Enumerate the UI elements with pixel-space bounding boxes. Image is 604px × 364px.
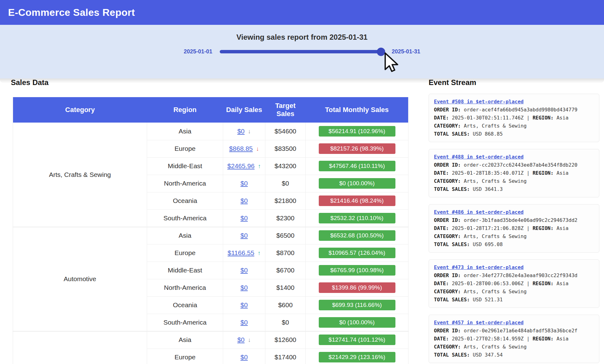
target-sales-cell: $83500 xyxy=(265,140,306,157)
daily-sales-link[interactable]: $0 xyxy=(241,319,248,326)
region-cell: Europe xyxy=(147,348,223,364)
separator: | xyxy=(527,281,533,286)
total-sales-badge: $1399.86 (99.99%) xyxy=(319,282,395,293)
total-sales-badge: $0 (100.00%) xyxy=(319,317,395,328)
daily-sales-link[interactable]: $0 xyxy=(237,128,245,135)
column-header-region: Region xyxy=(147,97,223,123)
target-sales-cell: $0 xyxy=(265,175,306,192)
total-sales-value: USD 868.85 xyxy=(473,131,503,137)
event-card: Event #486 in $et-order-placed ORDER ID:… xyxy=(429,204,599,253)
target-sales-cell: $12600 xyxy=(265,331,306,348)
total-sales-badge: $2532.32 (110.10%) xyxy=(319,213,395,223)
daily-sales-link[interactable]: $0 xyxy=(241,301,248,308)
total-sales-cell: $6765.99 (100.98%) xyxy=(306,262,408,279)
date-label: DATE: xyxy=(434,115,449,121)
total-sales-label: TOTAL SALES: xyxy=(434,241,470,247)
category-value: Arts, Crafts & Sewing xyxy=(464,123,526,129)
target-sales-cell: $6700 xyxy=(265,262,306,279)
daily-sales-link[interactable]: $0 xyxy=(241,284,248,291)
daily-sales-cell: $0 xyxy=(223,296,265,314)
daily-sales-cell: $0 xyxy=(223,227,265,244)
total-sales-cell: $2532.32 (110.10%) xyxy=(306,209,408,227)
total-sales-label: TOTAL SALES: xyxy=(434,297,470,303)
separator: | xyxy=(527,336,533,342)
total-sales-badge: $56214.91 (102.96%) xyxy=(319,126,395,137)
total-sales-label: TOTAL SALES: xyxy=(434,131,470,137)
category-cell: Automotive xyxy=(13,227,147,331)
category-cell xyxy=(13,331,147,364)
total-sales-cell: $1399.86 (99.99%) xyxy=(306,279,408,296)
order-id-value: order-3b1faad35bde4e06ad99c2c294673dd2 xyxy=(464,217,577,223)
region-cell: Oceania xyxy=(147,296,223,314)
daily-sales-link[interactable]: $2465.96 xyxy=(228,162,255,169)
daily-sales-cell: $1166.55 ↑ xyxy=(223,244,265,262)
daily-sales-link[interactable]: $0 xyxy=(241,180,248,187)
column-header-daily-sales: Daily Sales xyxy=(223,97,265,123)
daily-sales-cell: $0 ↓ xyxy=(223,331,265,348)
region-cell: Europe xyxy=(147,244,223,262)
total-sales-badge: $10965.57 (126.04%) xyxy=(319,248,395,258)
event-link[interactable]: Event #486 in $et-order-placed xyxy=(434,209,524,215)
total-sales-cell: $56214.91 (102.96%) xyxy=(306,123,408,140)
region-cell: Oceania xyxy=(147,192,223,209)
daily-sales-link[interactable]: $1166.55 xyxy=(228,249,254,256)
total-sales-cell: $0 (100.00%) xyxy=(306,175,408,192)
daily-sales-cell: $0 xyxy=(223,175,265,192)
table-row: Arts, Crafts & SewingAsia $0 ↓ $54600 $5… xyxy=(13,123,408,140)
table-row: Asia $0 ↓ $12600 $12741.74 (101.12%) xyxy=(13,331,408,348)
total-sales-badge: $12741.74 (101.12%) xyxy=(319,335,395,345)
date-value: 2025-01-30T02:51:11.746Z xyxy=(452,115,524,121)
event-link[interactable]: Event #457 in $et-order-placed xyxy=(434,320,524,326)
date-slider-track[interactable] xyxy=(220,50,384,53)
down-arrow-icon: ↓ xyxy=(248,128,251,135)
slider-min-label: 2025-01-01 xyxy=(184,48,212,55)
region-cell: South-America xyxy=(147,314,223,331)
order-id-label: ORDER ID: xyxy=(434,272,461,278)
daily-sales-cell: $0 xyxy=(223,348,265,364)
daily-sales-link[interactable]: $0 xyxy=(237,336,245,343)
total-sales-cell: $12741.74 (101.12%) xyxy=(306,331,408,348)
date-value: 2025-01-28T17:21:06.828Z xyxy=(452,225,524,231)
target-sales-cell: $600 xyxy=(265,296,306,314)
event-stream-heading: Event Stream xyxy=(429,78,602,87)
target-sales-cell: $17400 xyxy=(265,348,306,364)
region-cell: South-America xyxy=(147,209,223,227)
event-link[interactable]: Event #488 in $et-order-placed xyxy=(434,154,524,160)
region-cell: North-America xyxy=(147,175,223,192)
total-sales-cell: $10965.57 (126.04%) xyxy=(306,244,408,262)
event-card: Event #457 in $et-order-placed ORDER ID:… xyxy=(429,315,599,363)
total-sales-cell: $21429.29 (123.16%) xyxy=(306,348,408,364)
category-value: Arts, Crafts & Sewing xyxy=(464,178,526,184)
daily-sales-link[interactable]: $0 xyxy=(241,214,248,222)
event-link[interactable]: Event #508 in $et-order-placed xyxy=(434,99,524,105)
daily-sales-link[interactable]: $0 xyxy=(241,267,248,274)
daily-sales-cell: $0 xyxy=(223,262,265,279)
down-arrow-icon: ↓ xyxy=(256,146,259,152)
total-sales-cell: $82157.26 (98.39%) xyxy=(306,140,408,157)
daily-sales-link[interactable]: $0 xyxy=(241,353,248,361)
order-id-label: ORDER ID: xyxy=(434,217,461,223)
total-sales-value: USD 521.31 xyxy=(473,297,503,303)
daily-sales-cell: $868.85 ↓ xyxy=(223,140,265,157)
separator: | xyxy=(527,170,533,176)
total-sales-cell: $0 (100.00%) xyxy=(306,314,408,331)
daily-sales-cell: $0 ↓ xyxy=(223,123,265,140)
daily-sales-link[interactable]: $0 xyxy=(241,197,248,204)
date-slider-thumb[interactable] xyxy=(377,47,385,56)
event-stream-panel: Event Stream Event #508 in $et-order-pla… xyxy=(429,78,602,364)
total-sales-badge: $6765.99 (100.98%) xyxy=(319,265,395,276)
date-label: DATE: xyxy=(434,336,449,342)
target-sales-cell: $1400 xyxy=(265,279,306,296)
total-sales-label: TOTAL SALES: xyxy=(434,352,470,358)
category-label: CATEGORY: xyxy=(434,233,461,239)
region-value: Asia xyxy=(557,281,569,286)
separator: | xyxy=(527,225,533,231)
date-label: DATE: xyxy=(434,225,449,231)
total-sales-value: USD 695.08 xyxy=(473,241,503,247)
event-link[interactable]: Event #473 in $et-order-placed xyxy=(434,264,524,270)
daily-sales-link[interactable]: $0 xyxy=(241,232,248,239)
total-sales-value: USD 347.54 xyxy=(473,352,503,358)
daily-sales-link[interactable]: $868.85 xyxy=(229,145,253,152)
daily-sales-cell: $0 xyxy=(223,192,265,209)
daily-sales-cell: $0 xyxy=(223,314,265,331)
